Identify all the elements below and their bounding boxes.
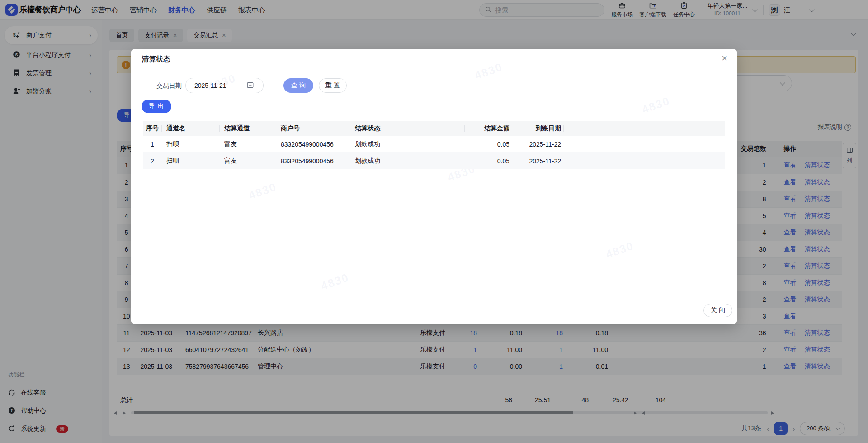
- query-button[interactable]: 查 询: [283, 78, 313, 93]
- col-merchant-no: 商户号: [276, 121, 350, 136]
- table-header-row: 序号 通道名 结算通道 商户号 结算状态 结算金额 到账日期: [143, 121, 725, 136]
- watermark: 4830: [640, 94, 672, 116]
- table-cell: 扫呗: [162, 136, 220, 152]
- reset-button[interactable]: 重 置: [319, 78, 347, 93]
- settlement-table: 序号 通道名 结算通道 商户号 结算状态 结算金额 到账日期 1扫呗富友8332…: [143, 121, 725, 169]
- table-cell: 0.05: [465, 152, 513, 169]
- watermark: 4830: [473, 60, 505, 82]
- date-value[interactable]: [193, 81, 247, 90]
- col-arrival-date: 到账日期: [513, 121, 564, 136]
- col-settle-amount: 结算金额: [465, 121, 513, 136]
- table-cell: 833205499000456: [276, 136, 350, 152]
- modal-title: 清算状态: [142, 55, 170, 64]
- table-cell: 富友: [220, 152, 276, 169]
- close-icon[interactable]: ×: [722, 52, 727, 64]
- table-cell: 扫呗: [162, 152, 220, 169]
- table-cell: 2025-11-22: [513, 152, 564, 169]
- table-row: 2扫呗富友833205499000456划款成功0.052025-11-22: [143, 152, 725, 169]
- table-cell: 833205499000456: [276, 152, 350, 169]
- watermark: 4830: [604, 239, 636, 261]
- col-settle-status: 结算状态: [350, 121, 465, 136]
- table-cell: 2025-11-22: [513, 136, 564, 152]
- col-settle-channel: 结算通道: [220, 121, 276, 136]
- transaction-date-input[interactable]: [185, 78, 264, 93]
- table-cell: 划款成功: [350, 136, 465, 152]
- col-seq: 序号: [143, 121, 162, 136]
- modal-export-button[interactable]: 导 出: [142, 100, 171, 113]
- settlement-status-modal: 4830483048304830483048304830 清算状态 × 交易日期…: [131, 49, 737, 324]
- col-channel-name: 通道名: [162, 121, 220, 136]
- table-row: 1扫呗富友833205499000456划款成功0.052025-11-22: [143, 136, 725, 152]
- table-cell: 0.05: [465, 136, 513, 152]
- watermark: 4830: [319, 271, 351, 293]
- date-label: 交易日期: [131, 78, 182, 93]
- table-cell: 2: [143, 152, 162, 169]
- watermark: 4830: [247, 180, 278, 202]
- app-root: 乐檬餐饮商户中心 运营中心营销中心财务中心供应链报表中心 服务市场 客户端下载 …: [0, 0, 868, 443]
- table-cell: 1: [143, 136, 162, 152]
- modal-close-button[interactable]: 关 闭: [703, 304, 732, 317]
- table-cell: 划款成功: [350, 152, 465, 169]
- calendar-icon: [247, 81, 254, 90]
- table-cell: 富友: [220, 136, 276, 152]
